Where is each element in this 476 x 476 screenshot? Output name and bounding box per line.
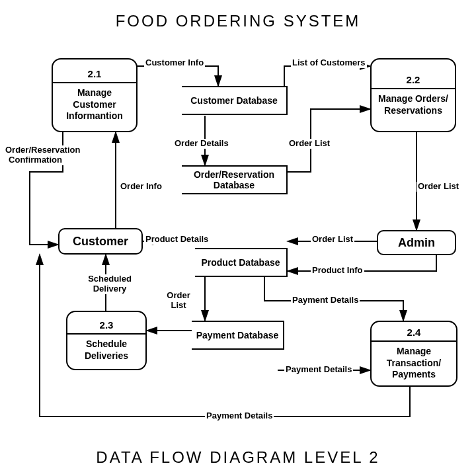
flow-label: Payment Details (291, 296, 360, 305)
process-2-1: 2.1 Manage Customer Informantion (52, 58, 138, 132)
datastore-customer-db: Customer Database (182, 86, 288, 115)
flow-label: Product Details (144, 235, 210, 245)
flow-label: Payment Details (284, 365, 353, 375)
datastore-order-db: Order/Reservation Database (182, 165, 288, 194)
process-number: 2.4 (372, 323, 456, 342)
process-label: Manage Orders/ Reservations (372, 89, 455, 120)
entity-customer: Customer (58, 228, 143, 255)
flow-label: Product Info (311, 266, 364, 276)
flow-label: Customer Info (144, 58, 205, 68)
process-2-4: 2.4 Manage Transaction/ Payments (370, 321, 457, 387)
flow-label: Order List (416, 182, 460, 192)
process-label: Manage Transaction/ Payments (372, 342, 456, 385)
datastore-product-db: Product Database (195, 248, 288, 277)
flow-label: Order/Reservation Confirmation (4, 145, 67, 165)
process-number: 2.2 (372, 70, 455, 89)
flow-label: List of Customers (291, 58, 367, 68)
process-label: Schedule Deliveries (67, 335, 145, 366)
process-number: 2.1 (53, 64, 136, 83)
flow-label: Payment Details (205, 411, 274, 421)
flow-label: Order List (311, 235, 354, 245)
entity-admin: Admin (377, 230, 456, 255)
flow-label: Order List (164, 291, 193, 311)
datastore-payment-db: Payment Database (192, 321, 284, 350)
process-number: 2.3 (67, 315, 145, 335)
process-label: Manage Customer Informantion (53, 83, 136, 126)
flow-label: Order Info (119, 182, 163, 192)
flow-label: Scheduled Delivery (86, 274, 134, 294)
process-2-3: 2.3 Schedule Deliveries (66, 311, 147, 370)
flow-label: Order List (288, 139, 331, 149)
process-2-2: 2.2 Manage Orders/ Reservations (370, 58, 456, 132)
flow-label: Order Details (173, 139, 230, 149)
